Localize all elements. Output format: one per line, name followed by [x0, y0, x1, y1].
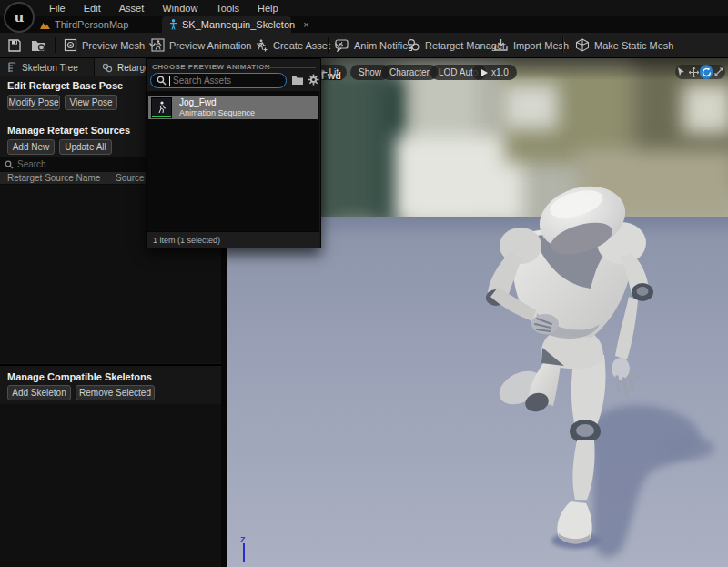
asset-item-jog-fwd[interactable]: Jog_Fwd Animation Sequence — [148, 96, 318, 119]
manage-retarget-sources-title: Manage Retarget Sources — [7, 125, 130, 136]
axis-gizmo — [243, 543, 245, 562]
tab-skeleton-tree[interactable]: Skeleton Tree — [0, 58, 95, 76]
preview-animation-popup: CHOOSE PREVIEW ANIMATION Search Assets J… — [146, 58, 321, 248]
asset-subtitle: Animation Sequence — [179, 108, 255, 118]
menu-bar: File Edit Asset Window Tools Help — [0, 0, 728, 16]
remove-selected-button[interactable]: Remove Selected — [76, 385, 155, 400]
asset-title: Jog_Fwd — [179, 97, 255, 108]
transform-toolbar — [675, 65, 725, 79]
select-tool-button[interactable] — [675, 65, 688, 79]
menu-asset[interactable]: Asset — [110, 0, 154, 16]
tab-close-icon[interactable]: × — [303, 19, 308, 30]
toolbar-separator — [562, 37, 564, 53]
menu-window[interactable]: Window — [153, 0, 207, 16]
picker-header: CHOOSE PREVIEW ANIMATION — [152, 63, 270, 71]
asset-search-input[interactable]: Search Assets — [150, 73, 287, 88]
tab-thirdpersonmap[interactable]: ThirdPersonMap — [33, 16, 136, 33]
skeleton-editor-toolbar: Preview Mesh Preview Animation Create As… — [0, 33, 728, 58]
retarget-manager-button[interactable]: Retarget Manager — [406, 33, 506, 57]
search-icon — [157, 76, 167, 86]
current-animation-overlay: Fwd — [321, 70, 341, 81]
picker-header-line — [263, 67, 316, 68]
anim-notifies-icon — [335, 39, 349, 52]
browse-to-asset-button[interactable] — [31, 33, 47, 57]
preview-mesh-button[interactable]: Preview Mesh — [64, 33, 156, 57]
save-button[interactable] — [7, 33, 22, 57]
path-picker-folder-button[interactable] — [291, 75, 304, 86]
import-mesh-button[interactable]: Import Mesh — [493, 33, 569, 57]
retarget-manager-icon — [406, 38, 420, 52]
playback-speed-pill[interactable]: x1.0 — [472, 65, 517, 80]
panel-divider — [0, 364, 221, 366]
add-skeleton-button[interactable]: Add Skeleton — [7, 385, 71, 400]
text-cursor — [169, 76, 170, 86]
level-icon — [40, 21, 50, 29]
rotate-tool-button[interactable] — [700, 65, 713, 79]
retarget-sources-icon — [102, 63, 113, 73]
unreal-logo: u — [4, 2, 35, 33]
add-new-button[interactable]: Add New — [7, 139, 55, 155]
update-all-button[interactable]: Update All — [59, 139, 112, 155]
menu-file[interactable]: File — [40, 0, 75, 16]
tab-sk-mannequin-skeleton[interactable]: SK_Mannequin_Skeleton × — [162, 16, 291, 33]
make-static-mesh-button[interactable]: Make Static Mesh — [575, 33, 673, 57]
menu-edit[interactable]: Edit — [75, 0, 110, 16]
asset-type-color-bar — [152, 116, 171, 117]
toolbar-separator — [55, 37, 56, 53]
preview-animation-button[interactable]: Preview Animation — [151, 33, 263, 57]
create-asset-icon — [255, 38, 268, 52]
asset-tab-row: ThirdPersonMap SK_Mannequin_Skeleton × — [0, 16, 728, 33]
manage-compatible-skeletons-title: Manage Compatible Skeletons — [7, 371, 152, 382]
import-mesh-icon — [493, 38, 509, 52]
picker-footer: 1 item (1 selected) — [147, 231, 319, 248]
make-static-mesh-icon — [575, 38, 590, 52]
compatible-skeletons-list[interactable] — [0, 404, 221, 567]
search-icon — [5, 160, 14, 169]
item-count-label: 1 item (1 selected) — [153, 236, 220, 245]
toolbar-separator — [328, 37, 329, 53]
animation-thumbnail — [151, 97, 172, 118]
play-icon — [480, 69, 488, 76]
skeleton-asset-icon — [169, 19, 177, 30]
menu-tools[interactable]: Tools — [207, 0, 248, 16]
skeleton-tree-icon — [7, 62, 17, 73]
anim-notifies-button[interactable]: Anim Notifies — [335, 33, 413, 57]
edit-retarget-base-pose-title: Edit Retarget Base Pose — [7, 80, 123, 91]
modify-pose-button[interactable]: Modify Pose — [7, 95, 60, 110]
view-pose-button[interactable]: View Pose — [65, 95, 117, 110]
asset-list[interactable]: Jog_Fwd Animation Sequence — [147, 91, 319, 231]
scale-tool-button[interactable] — [713, 65, 725, 79]
menu-help[interactable]: Help — [248, 0, 288, 16]
preview-animation-icon — [151, 38, 165, 52]
column-retarget-source-name: Retarget Source Name — [7, 173, 100, 183]
preview-mesh-icon — [64, 38, 77, 52]
view-options-gear-button[interactable] — [308, 74, 319, 86]
character-pill[interactable]: Character — [381, 65, 438, 80]
translate-tool-button[interactable] — [688, 65, 701, 79]
